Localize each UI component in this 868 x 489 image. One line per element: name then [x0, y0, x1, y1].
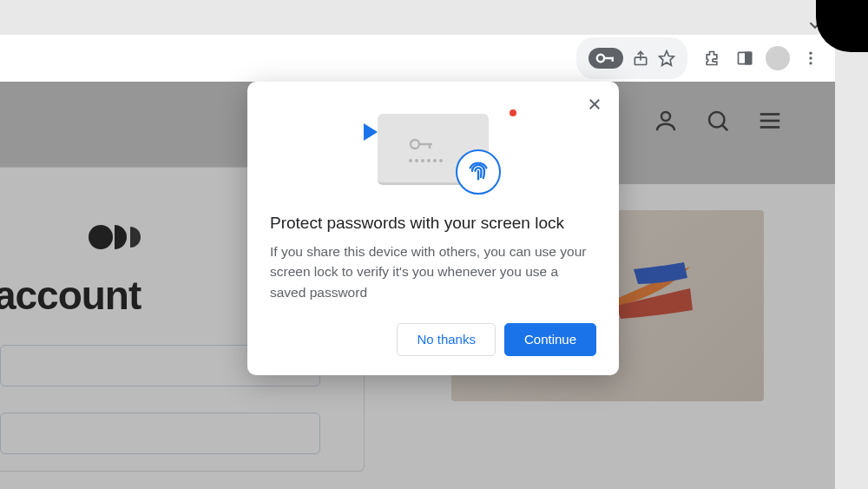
continue-button[interactable]: Continue	[504, 323, 596, 356]
dialog-title: Protect passwords with your screen lock	[270, 214, 596, 233]
password-key-icon[interactable]	[589, 48, 623, 69]
dialog-actions: No thanks Continue	[270, 323, 596, 356]
svg-point-9	[809, 62, 812, 64]
play-icon	[364, 123, 378, 141]
extensions-icon[interactable]	[696, 43, 727, 74]
dialog-body: If you share this device with others, yo…	[270, 241, 596, 302]
svg-marker-4	[660, 51, 674, 66]
omnibar-action-group	[576, 37, 687, 79]
kebab-menu-icon[interactable]	[795, 43, 826, 74]
screen-lock-dialog: Protect passwords with your screen lock …	[247, 82, 619, 375]
star-icon[interactable]	[658, 43, 675, 74]
fingerprint-icon	[456, 149, 501, 195]
share-icon[interactable]	[632, 43, 649, 74]
laptop-icon	[378, 114, 489, 185]
svg-point-19	[411, 140, 419, 149]
browser-toolbar	[0, 35, 835, 82]
dialog-illustration	[270, 97, 596, 202]
key-icon	[409, 136, 435, 152]
password-dots-icon	[409, 159, 443, 162]
svg-point-7	[809, 52, 812, 55]
svg-point-8	[809, 56, 812, 59]
profile-avatar[interactable]	[762, 43, 793, 74]
svg-rect-2	[612, 57, 614, 62]
no-thanks-button[interactable]: No thanks	[397, 323, 496, 356]
svg-rect-6	[746, 52, 752, 63]
notification-dot-icon	[510, 109, 516, 116]
svg-point-0	[597, 55, 604, 62]
sidepanel-icon[interactable]	[729, 43, 760, 74]
